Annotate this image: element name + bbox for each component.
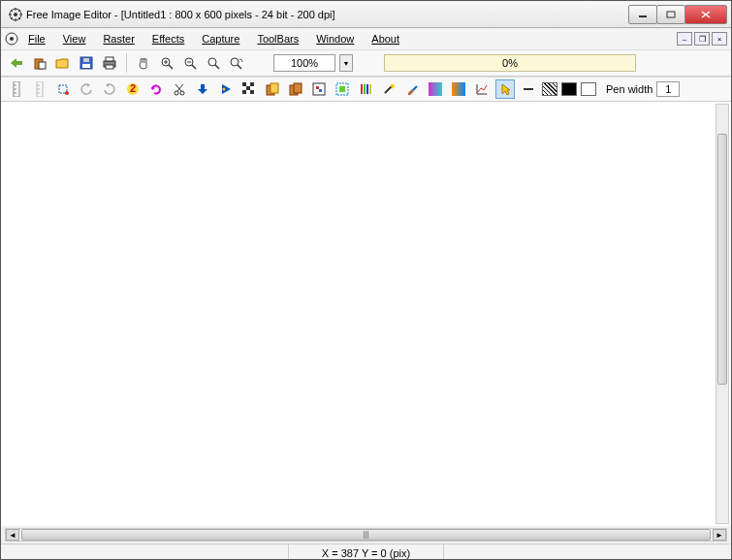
maximize-button[interactable]	[656, 5, 685, 24]
menu-effects[interactable]: Effects	[144, 31, 192, 47]
copy2-icon[interactable]	[286, 79, 305, 99]
horizontal-scrollbar[interactable]: ◄ ►	[5, 528, 727, 542]
svg-point-47	[175, 91, 178, 95]
pen-width-label: Pen width	[606, 83, 652, 95]
svg-rect-56	[242, 90, 246, 94]
minimize-button[interactable]	[628, 5, 657, 24]
svg-line-34	[238, 65, 241, 69]
menu-icon	[5, 32, 18, 46]
vertical-scrollbar[interactable]	[716, 104, 729, 524]
hand-icon[interactable]	[134, 53, 153, 73]
line-icon[interactable]	[519, 79, 538, 99]
mdi-close-button[interactable]: ×	[712, 32, 727, 46]
wand-icon[interactable]	[379, 79, 398, 99]
checker-icon[interactable]	[239, 79, 259, 99]
zoom-dropdown[interactable]: ▼	[339, 54, 353, 72]
save-icon[interactable]	[77, 53, 96, 73]
svg-text:2: 2	[130, 82, 136, 94]
play-icon[interactable]	[216, 79, 236, 99]
svg-point-44	[65, 91, 69, 95]
svg-rect-54	[250, 82, 254, 86]
pen-width-input[interactable]	[656, 81, 680, 97]
wave-down-icon[interactable]	[193, 79, 212, 99]
svg-rect-74	[452, 82, 465, 96]
print-icon[interactable]	[100, 53, 119, 73]
svg-rect-68	[364, 84, 366, 94]
menu-file[interactable]: File	[20, 31, 53, 47]
zoom-fit-icon[interactable]	[204, 53, 223, 73]
undo-icon[interactable]	[7, 53, 26, 73]
progress-label: 0%	[502, 57, 518, 69]
menu-capture[interactable]: Capture	[194, 31, 247, 47]
toolbar-effects: 2 Pen width	[1, 77, 731, 102]
rotate-left-icon[interactable]	[77, 79, 96, 99]
hscroll-row: ◄ ►	[1, 526, 731, 544]
status-cell-1	[1, 544, 288, 560]
fg-swatch[interactable]	[561, 82, 577, 96]
menu-window[interactable]: Window	[308, 31, 362, 47]
gradient1-icon[interactable]	[426, 79, 445, 99]
menu-view[interactable]: View	[55, 31, 94, 47]
number-2-icon[interactable]: 2	[123, 79, 143, 99]
status-bar: X = 387 Y = 0 (pix)	[1, 544, 731, 560]
menu-bar: File View Raster Effects Capture ToolBar…	[1, 28, 731, 49]
ruler-v-icon[interactable]	[7, 79, 26, 99]
cut-icon[interactable]	[170, 79, 189, 99]
gradient2-icon[interactable]	[449, 79, 468, 99]
rotate-right-icon[interactable]	[100, 79, 119, 99]
pencils-icon[interactable]	[356, 79, 375, 99]
open-icon[interactable]	[53, 53, 73, 73]
bg-swatch[interactable]	[581, 82, 596, 96]
zoom-out-icon[interactable]	[180, 53, 200, 73]
paste-icon[interactable]	[30, 53, 49, 73]
svg-rect-11	[667, 12, 675, 17]
svg-rect-53	[242, 82, 246, 86]
separator	[126, 53, 127, 73]
grid-icon[interactable]	[309, 79, 329, 99]
svg-rect-73	[429, 82, 442, 96]
svg-rect-66	[339, 86, 345, 92]
svg-rect-23	[106, 65, 113, 69]
copy-icon[interactable]	[263, 79, 282, 99]
close-button[interactable]	[684, 5, 727, 24]
svg-rect-64	[319, 89, 322, 92]
zoom-input[interactable]	[273, 54, 335, 72]
svg-point-51	[223, 88, 226, 91]
svg-rect-20	[83, 58, 89, 62]
mdi-restore-button[interactable]: ❐	[694, 32, 710, 46]
svg-rect-22	[106, 57, 113, 61]
hscroll-right-button[interactable]: ►	[713, 529, 726, 541]
svg-line-32	[215, 65, 219, 69]
zoom-in-icon[interactable]	[157, 53, 176, 73]
svg-line-72	[413, 86, 417, 90]
svg-point-15	[10, 37, 14, 41]
svg-point-1	[14, 13, 17, 16]
mdi-minimize-button[interactable]: –	[677, 32, 692, 46]
svg-rect-61	[294, 83, 302, 93]
select-icon[interactable]	[333, 79, 352, 99]
status-coords: X = 387 Y = 0 (pix)	[288, 544, 443, 560]
chart-icon[interactable]	[472, 79, 492, 99]
toolbar-main: ▼ 0%	[1, 49, 731, 77]
brush-icon[interactable]	[402, 79, 422, 99]
svg-rect-57	[250, 90, 254, 94]
crop-icon[interactable]	[53, 79, 73, 99]
hscroll-left-button[interactable]: ◄	[6, 529, 19, 541]
zoom-region-icon[interactable]	[227, 53, 246, 73]
app-icon	[9, 8, 22, 21]
vscroll-thumb[interactable]	[717, 134, 727, 385]
canvas[interactable]	[7, 102, 714, 526]
hscroll-thumb[interactable]	[21, 529, 711, 541]
svg-rect-70	[369, 84, 371, 94]
canvas-area	[1, 102, 731, 526]
menu-toolbars[interactable]: ToolBars	[249, 31, 306, 47]
pointer-icon[interactable]	[495, 79, 515, 99]
hatch-swatch[interactable]	[542, 82, 557, 96]
status-cell-3	[443, 544, 731, 560]
ruler-v2-icon[interactable]	[30, 79, 49, 99]
refresh-icon[interactable]	[146, 79, 166, 99]
menu-about[interactable]: About	[364, 31, 407, 47]
coords-text: X = 387 Y = 0 (pix)	[322, 547, 410, 559]
menu-raster[interactable]: Raster	[95, 31, 142, 47]
svg-line-25	[169, 65, 173, 69]
